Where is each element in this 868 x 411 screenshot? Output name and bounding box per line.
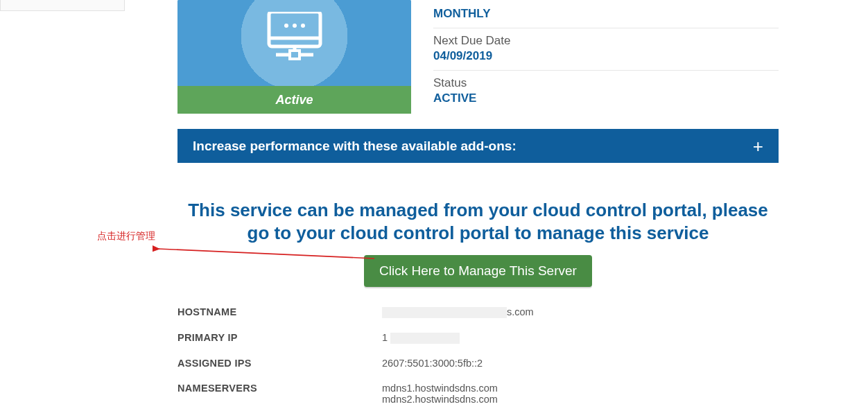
status-card: Active [177,0,411,114]
info-billing-cycle-value: MONTHLY [433,7,779,21]
annotation-text: 点击进行管理 [97,230,155,243]
detail-primary-ip-label: PRIMARY IP [177,332,382,344]
sidebar-box [0,0,125,11]
status-card-status: Active [275,93,313,107]
redacted-block [382,307,507,318]
manage-server-button[interactable]: Click Here to Manage This Server [364,255,592,287]
info-next-due: Next Due Date 04/09/2019 [433,28,779,71]
detail-nameservers-value: mdns1.hostwindsdns.com mdns2.hostwindsdn… [382,383,498,405]
detail-hostname-value: s.com [382,306,534,318]
manage-notice: This service can be managed from your cl… [177,199,779,244]
server-details: HOSTNAME s.com PRIMARY IP 1 ASSIGNED IPS… [177,299,779,411]
main-content: Active MONTHLY Next Due Date 04/09/2019 … [177,0,779,411]
svg-rect-0 [269,12,320,46]
info-status-value: ACTIVE [433,91,779,105]
svg-point-2 [284,24,288,28]
svg-point-3 [293,24,297,28]
detail-hostname-suffix: s.com [507,306,534,317]
addons-expand-bar[interactable]: Increase performance with these availabl… [177,129,779,163]
detail-assigned-ips-label: ASSIGNED IPS [177,358,382,369]
detail-hostname: HOSTNAME s.com [177,299,779,325]
detail-primary-ip: PRIMARY IP 1 [177,325,779,351]
svg-point-4 [301,24,305,28]
addons-bar-text: Increase performance with these availabl… [193,139,517,154]
svg-rect-7 [290,51,300,59]
nameserver-1: mdns1.hostwindsdns.com [382,383,498,394]
detail-assigned-ips: ASSIGNED IPS 2607:5501:3000:5fb::2 [177,351,779,376]
detail-nameservers-label: NAMESERVERS [177,383,382,405]
info-billing-cycle: MONTHLY [433,0,779,28]
status-card-footer: Active [177,86,411,114]
nameserver-2: mdns2.hostwindsdns.com [382,394,498,405]
info-status-label: Status [433,76,779,90]
info-next-due-value: 04/09/2019 [433,49,779,63]
detail-primary-ip-value: 1 [382,332,460,344]
service-summary-row: Active MONTHLY Next Due Date 04/09/2019 … [177,0,779,114]
info-next-due-label: Next Due Date [433,34,779,48]
detail-primary-ip-prefix: 1 [382,332,388,343]
detail-assigned-ips-value: 2607:5501:3000:5fb::2 [382,358,483,369]
manage-button-wrap: Click Here to Manage This Server [177,255,779,287]
info-status: Status ACTIVE [433,71,779,112]
info-list: MONTHLY Next Due Date 04/09/2019 Status … [433,0,779,114]
detail-hostname-label: HOSTNAME [177,306,382,318]
detail-nameservers: NAMESERVERS mdns1.hostwindsdns.com mdns2… [177,376,779,411]
server-icon [177,0,411,86]
plus-icon: + [753,137,763,155]
redacted-block [390,333,460,344]
